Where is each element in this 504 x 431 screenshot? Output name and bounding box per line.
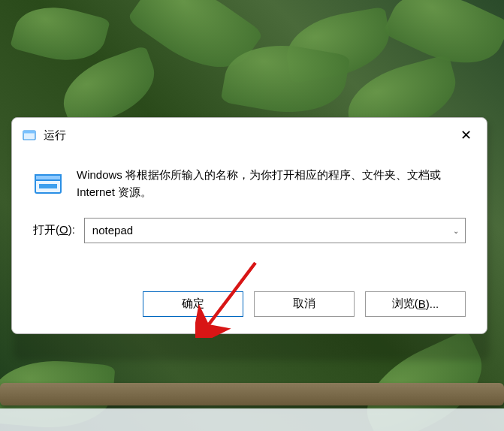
svg-rect-4	[39, 184, 57, 188]
run-dialog: 运行 ✕ Windows 将根据你所输入的名称，为你打开相应的程序、文件夹、文档…	[11, 117, 487, 334]
run-title-icon	[23, 128, 36, 142]
svg-rect-3	[35, 175, 61, 180]
svg-rect-1	[23, 131, 35, 134]
close-icon: ✕	[460, 128, 472, 142]
open-input-value: notepad	[92, 224, 133, 237]
titlebar[interactable]: 运行 ✕	[12, 118, 487, 152]
run-program-icon	[33, 169, 63, 199]
dialog-title: 运行	[44, 128, 66, 143]
open-input[interactable]: notepad ⌄	[84, 218, 466, 243]
close-button[interactable]: ✕	[451, 120, 481, 150]
browse-button[interactable]: 浏览(B)...	[365, 291, 466, 317]
ok-button[interactable]: 确定	[143, 291, 243, 317]
cancel-button[interactable]: 取消	[254, 291, 355, 317]
taskbar[interactable]	[0, 408, 504, 431]
chevron-down-icon[interactable]: ⌄	[453, 226, 459, 234]
open-label: 打开(O):	[33, 223, 75, 237]
dialog-description: Windows 将根据你所输入的名称，为你打开相应的程序、文件夹、文档或 Int…	[77, 166, 466, 201]
